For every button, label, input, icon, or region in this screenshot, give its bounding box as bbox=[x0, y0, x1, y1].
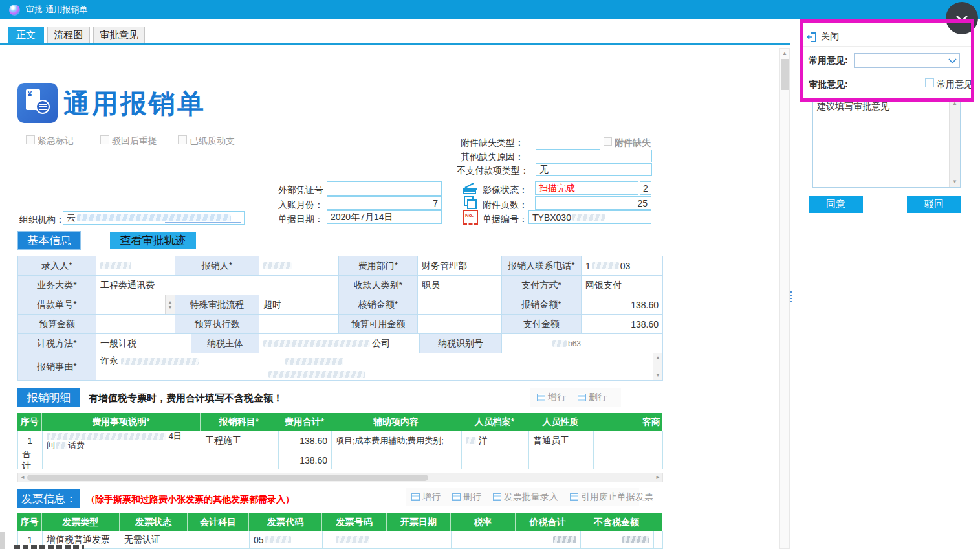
image-status-input[interactable]: 扫描完成 bbox=[535, 181, 638, 195]
cell-value[interactable]: 工程类通讯费 bbox=[96, 276, 339, 295]
cell-value[interactable] bbox=[96, 256, 175, 276]
common-opinion-select[interactable] bbox=[854, 53, 960, 68]
approval-comment-textarea[interactable]: 建议填写审批意见 ▲ ▼ bbox=[812, 98, 961, 188]
chevron-down-icon bbox=[955, 15, 968, 22]
cell-value[interactable] bbox=[259, 256, 339, 276]
paper-checkbox[interactable] bbox=[178, 135, 187, 144]
nopay-type-input[interactable]: 无 bbox=[536, 163, 652, 176]
resubmit-checkbox[interactable] bbox=[100, 135, 109, 144]
cell-scrollbar[interactable]: ▲ ▼ bbox=[653, 353, 662, 380]
cell-value[interactable] bbox=[259, 315, 339, 334]
table-row: 报销事由* 许永 ▲ ▼ bbox=[18, 353, 663, 381]
cell-value[interactable] bbox=[418, 295, 502, 315]
redacted-value bbox=[263, 262, 292, 269]
other-missing-input[interactable] bbox=[536, 150, 652, 162]
delete-row-icon bbox=[452, 493, 461, 501]
page-title: 通用报销单 bbox=[63, 86, 206, 122]
cell-value[interactable]: 1 03 bbox=[582, 256, 663, 276]
common-opinion-label: 常用意见: bbox=[809, 55, 848, 67]
entry-month-input[interactable]: 7 bbox=[327, 196, 442, 210]
column-header: 发票类型 bbox=[42, 513, 120, 531]
use-common-opinion-label: 常用意见 bbox=[937, 79, 973, 91]
use-common-opinion-checkbox[interactable] bbox=[925, 78, 934, 87]
column-header: 序号 bbox=[17, 413, 42, 431]
tab-body[interactable]: 正文 bbox=[8, 27, 44, 44]
main-vscrollbar[interactable]: ▲ bbox=[779, 48, 790, 549]
attach-missing-input[interactable] bbox=[536, 135, 600, 150]
invoice-add-row-button[interactable]: 增行 bbox=[411, 491, 441, 503]
doc-no-value: TYBX030 bbox=[532, 212, 571, 223]
cell-value[interactable]: 138.60 bbox=[582, 315, 663, 334]
cell-label: 核销金额* bbox=[339, 295, 418, 315]
resubmit-label: 驳回后重提 bbox=[112, 135, 157, 147]
loan-no-spinner[interactable]: ▲▼ bbox=[96, 295, 175, 315]
redacted-value bbox=[466, 437, 476, 444]
basic-info-button[interactable]: 基本信息 bbox=[17, 231, 81, 250]
cell-value[interactable]: 网银支付 bbox=[582, 276, 663, 295]
cell-value[interactable]: b63 bbox=[502, 334, 663, 353]
redacted-value bbox=[121, 358, 199, 365]
paper-label: 已纸质动支 bbox=[190, 135, 235, 147]
urgent-checkbox[interactable] bbox=[26, 135, 35, 144]
invoice-batch-entry-button[interactable]: 发票批量录入 bbox=[493, 491, 558, 503]
attach-pages-input[interactable]: 25 bbox=[535, 196, 651, 210]
cell-value[interactable]: 一般计税 bbox=[96, 334, 191, 353]
invoice-no-icon[interactable]: No. bbox=[463, 210, 478, 225]
cell-label: 预算金额 bbox=[18, 315, 96, 334]
hscroll-thumb[interactable] bbox=[27, 475, 428, 481]
scanner-icon[interactable] bbox=[461, 181, 479, 195]
approval-opinion-label: 审批意见: bbox=[809, 79, 848, 91]
spinner-arrows[interactable]: ▲▼ bbox=[165, 295, 175, 314]
detail-table-row[interactable]: 1 4日 间话费 工程施工 138.60 项目;成本费用辅助;费用类别; 洋 普… bbox=[17, 431, 663, 451]
column-header: 发票号码 bbox=[322, 513, 387, 531]
ext-voucher-label: 外部凭证号： bbox=[278, 185, 332, 196]
redacted-value bbox=[47, 433, 166, 440]
redacted-value bbox=[336, 536, 369, 543]
pages-icon[interactable] bbox=[463, 196, 477, 210]
cell-label: 报销人* bbox=[175, 256, 259, 276]
delete-row-button[interactable]: 删行 bbox=[578, 392, 607, 403]
column-header: 开票日期 bbox=[387, 513, 451, 531]
cell-value[interactable] bbox=[96, 315, 175, 334]
image-count-box[interactable]: 2 bbox=[640, 181, 651, 195]
invoice-table-row[interactable]: 1 增值税普通发票 无需认证 05 bbox=[17, 531, 663, 549]
column-header: 人员档案* bbox=[461, 413, 528, 431]
textarea-scrollbar[interactable]: ▲ ▼ bbox=[949, 98, 960, 187]
column-header: 发票状态 bbox=[120, 513, 188, 531]
cell-value[interactable] bbox=[418, 315, 502, 334]
doc-no-input[interactable]: TYBX030 bbox=[528, 210, 651, 224]
table-row: 预算金额 预算执行数 预算可用金额 支付金额 138.60 bbox=[18, 315, 663, 334]
detail-table-header: 序号 费用事项说明* 报销科目* 费用合计* 辅助项内容 人员档案* 人员性质 … bbox=[17, 413, 662, 431]
attach-missing-cb-label: 附件缺失 bbox=[615, 137, 651, 149]
invoice-delete-row-button[interactable]: 删行 bbox=[452, 491, 481, 503]
view-approval-track-button[interactable]: 查看审批轨迹 bbox=[110, 232, 196, 249]
cell-value[interactable]: 财务管理部 bbox=[418, 256, 502, 276]
tab-approval-opinions[interactable]: 审批意见 bbox=[93, 27, 145, 44]
redacted-value bbox=[592, 262, 619, 269]
basic-info-table: 录入人* 报销人* 费用部门* 财务管理部 报销人联系电话* 1 03 业务大类… bbox=[17, 256, 663, 381]
cell-value[interactable]: 138.60 bbox=[582, 295, 663, 315]
detail-hscrollbar[interactable]: ◄ ► bbox=[17, 473, 663, 482]
redacted-value bbox=[263, 340, 370, 347]
cell-value[interactable]: 职员 bbox=[418, 276, 502, 295]
cell-value[interactable]: 超时 bbox=[259, 295, 339, 315]
redacted-value bbox=[100, 262, 131, 269]
vscroll-thumb[interactable] bbox=[781, 59, 789, 90]
tab-underline bbox=[0, 43, 790, 45]
close-button[interactable]: 关闭 bbox=[807, 31, 839, 43]
collapse-panel-button[interactable] bbox=[946, 2, 978, 34]
cell-value[interactable]: 公司 bbox=[259, 334, 420, 353]
ref-void-invoice-button[interactable]: 引用废止单据发票 bbox=[570, 491, 653, 503]
ext-voucher-input[interactable] bbox=[327, 181, 442, 196]
doc-date-input[interactable]: 2020年7月14日 bbox=[327, 210, 442, 224]
cell-label: 纳税识别号 bbox=[420, 334, 502, 353]
tab-flowchart[interactable]: 流程图 bbox=[47, 27, 90, 44]
chevron-down-icon bbox=[948, 58, 957, 64]
reject-button[interactable]: 驳回 bbox=[907, 196, 961, 213]
column-header: 客商 bbox=[593, 413, 662, 431]
agree-button[interactable]: 同意 bbox=[809, 196, 863, 213]
redacted-value bbox=[265, 536, 291, 543]
attach-missing-checkbox[interactable] bbox=[604, 137, 612, 146]
add-row-button[interactable]: 增行 bbox=[537, 392, 566, 403]
reason-cell[interactable]: 许永 ▲ ▼ bbox=[96, 353, 663, 381]
